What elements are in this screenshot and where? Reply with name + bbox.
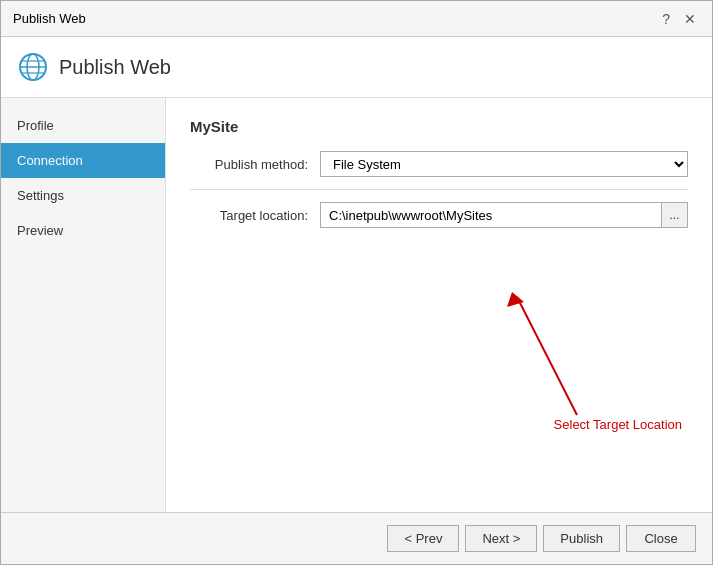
publish-method-select[interactable]: File System Web Deploy FTP <box>320 151 688 177</box>
section-title: MySite <box>190 118 688 135</box>
annotation-label: Select Target Location <box>554 417 682 432</box>
target-location-input-group: ... <box>320 202 688 228</box>
next-button[interactable]: Next > <box>465 525 537 552</box>
close-button[interactable]: Close <box>626 525 696 552</box>
annotation-arrow-svg <box>502 287 592 417</box>
svg-line-5 <box>517 297 577 415</box>
footer: < Prev Next > Publish Close <box>1 512 712 564</box>
sidebar-item-preview[interactable]: Preview <box>1 213 165 248</box>
help-button[interactable]: ? <box>658 9 674 29</box>
publish-button[interactable]: Publish <box>543 525 620 552</box>
globe-icon <box>17 51 49 83</box>
title-bar-controls: ? ✕ <box>658 9 700 29</box>
divider <box>190 189 688 190</box>
title-bar: Publish Web ? ✕ <box>1 1 712 37</box>
target-location-label: Target location: <box>190 208 320 223</box>
sidebar-item-settings[interactable]: Settings <box>1 178 165 213</box>
target-location-input[interactable] <box>320 202 662 228</box>
close-title-button[interactable]: ✕ <box>680 9 700 29</box>
sidebar-item-profile[interactable]: Profile <box>1 108 165 143</box>
header-title: Publish Web <box>59 56 171 79</box>
publish-web-dialog: Publish Web ? ✕ Publish Web Profile <box>0 0 713 565</box>
annotation-area: Select Target Location <box>554 417 682 432</box>
dialog-header: Publish Web <box>1 37 712 98</box>
browse-button[interactable]: ... <box>662 202 688 228</box>
body-area: Profile Connection Settings Preview MySi… <box>1 98 712 512</box>
publish-method-row: Publish method: File System Web Deploy F… <box>190 151 688 177</box>
main-content: MySite Publish method: File System Web D… <box>166 98 712 512</box>
dialog-title: Publish Web <box>13 11 86 26</box>
prev-button[interactable]: < Prev <box>387 525 459 552</box>
target-location-row: Target location: ... <box>190 202 688 228</box>
sidebar: Profile Connection Settings Preview <box>1 98 166 512</box>
publish-method-control: File System Web Deploy FTP <box>320 151 688 177</box>
sidebar-item-connection[interactable]: Connection <box>1 143 165 178</box>
target-location-control: ... <box>320 202 688 228</box>
title-bar-left: Publish Web <box>13 11 86 26</box>
publish-method-label: Publish method: <box>190 157 320 172</box>
